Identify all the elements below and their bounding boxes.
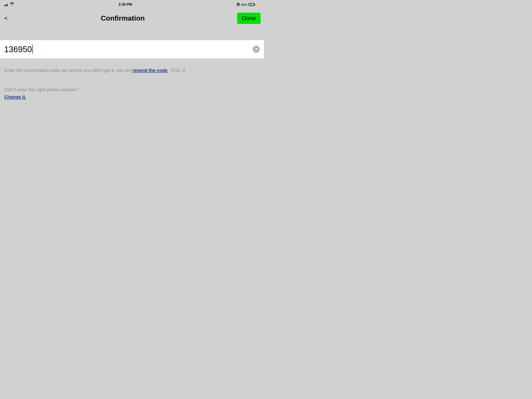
partial-phone-text: 7616. If — [170, 68, 185, 73]
description-period: . — [167, 68, 169, 73]
text-cursor — [32, 45, 33, 54]
bolt-icon: ⚡ — [256, 3, 260, 7]
battery-percent: 66% — [241, 3, 247, 6]
signal-bars-icon — [4, 3, 9, 6]
status-bar: 2:30 PM 66% ⚡ — [0, 0, 264, 9]
battery-icon — [248, 3, 254, 6]
code-digits: 136950 — [4, 45, 32, 54]
page-title: Confirmation — [8, 14, 237, 22]
change-phone-section: Didn't enter the right phone number? Cha… — [0, 86, 264, 100]
confirmation-code-input-row[interactable]: 136950 ✕ — [0, 40, 264, 59]
lock-rotation-icon — [236, 3, 240, 7]
description-main-text: Enter the confirmation code we sent to y… — [4, 68, 132, 73]
done-button[interactable]: Done — [237, 13, 261, 24]
change-phone-text: Didn't enter the right phone number? — [4, 86, 260, 93]
signal-bar-2 — [5, 5, 6, 6]
change-it-link[interactable]: Change it. — [4, 94, 26, 100]
status-left — [4, 2, 14, 7]
resend-code-link[interactable]: resend the code — [132, 68, 167, 73]
description-section: Enter the confirmation code we sent to y… — [0, 59, 264, 86]
nav-bar: < Confirmation Done — [0, 9, 264, 27]
wifi-icon — [10, 2, 14, 7]
status-right: 66% ⚡ — [236, 3, 260, 7]
clear-button[interactable]: ✕ — [253, 46, 260, 53]
code-input-value[interactable]: 136950 — [4, 45, 253, 54]
signal-bar-3 — [7, 4, 7, 6]
signal-bar-4 — [8, 3, 9, 6]
clear-icon: ✕ — [255, 47, 258, 51]
description-text: Enter the confirmation code we sent to y… — [4, 67, 260, 74]
signal-bar-1 — [4, 5, 5, 6]
top-spacer — [0, 27, 264, 40]
back-button[interactable]: < — [3, 14, 8, 23]
status-time: 2:30 PM — [119, 2, 132, 7]
